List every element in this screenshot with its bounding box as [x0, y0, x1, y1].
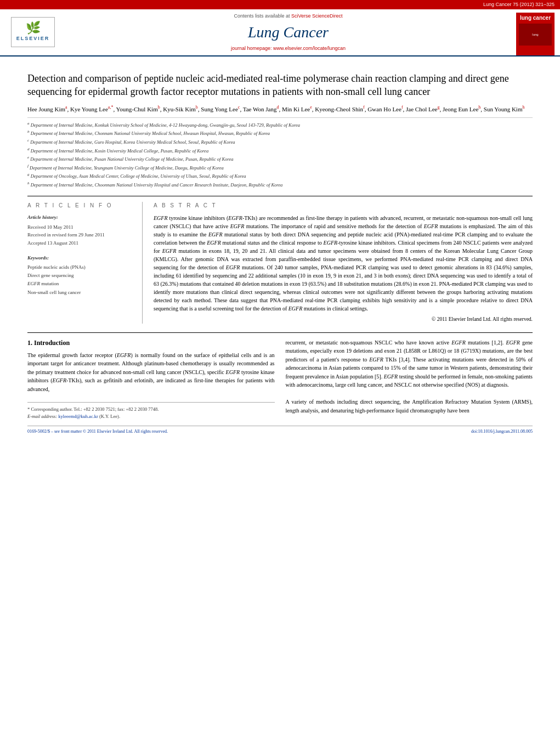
journal-homepage: journal homepage: www.elsevier.com/locat… — [66, 45, 511, 52]
article-info-abstract-section: A R T I C L E I N F O Article history: R… — [27, 196, 533, 323]
footnote-area: * Corresponding author. Tel.: +82 2 2030… — [27, 402, 275, 420]
article-title: Detection and comparison of peptide nucl… — [27, 72, 533, 99]
journal-info-center: Contents lists available at SciVerse Sci… — [66, 13, 511, 55]
affiliation-a: a Department of Internal Medicine, Konku… — [27, 121, 533, 129]
introduction-text-left: The epidermal growth factor receptor (EG… — [27, 351, 275, 394]
footnote-email: E-mail address: kyleeemd@kuh.ac.kr (K.Y.… — [27, 413, 275, 420]
copyright-line: © 2011 Elsevier Ireland Ltd. All rights … — [154, 316, 533, 323]
revised-date: Received in revised form 29 June 2011 — [27, 231, 134, 239]
sciverse-prefix: Contents lists available at — [234, 13, 290, 19]
article-history-label: Article history: — [27, 214, 134, 221]
homepage-url[interactable]: www.elsevier.com/locate/lungcan — [273, 46, 346, 51]
journal-title: Lung Cancer — [66, 21, 511, 43]
affiliation-d: d Department of Internal Medicine, Kosin… — [27, 146, 533, 155]
affiliations-block: a Department of Internal Medicine, Konku… — [27, 117, 533, 189]
svg-text:lung: lung — [532, 33, 538, 36]
abstract-label: A B S T R A C T — [154, 202, 533, 210]
sciverse-link[interactable]: SciVerse ScienceDirect — [291, 13, 343, 19]
affiliation-c: c Department of Internal Medicine, Guro … — [27, 138, 533, 146]
abstract-text: EGFR tyrosine kinase inhibitors (EGFR-TK… — [154, 214, 533, 313]
keyword-4: Non-small cell lung cancer — [27, 289, 134, 297]
doi-text[interactable]: doi:10.1016/j.lungcan.2011.08.005 — [471, 428, 533, 434]
affiliation-h: h Department of Internal Medicine, Choon… — [27, 180, 533, 189]
keywords-label: Keywords: — [27, 254, 134, 262]
introduction-heading: 1. Introduction — [27, 338, 275, 348]
footnote-email-address[interactable]: kyleeemd@kuh.ac.kr — [58, 414, 98, 419]
received-date: Received 10 May 2011 — [27, 223, 134, 231]
badge-image: lung — [519, 24, 552, 46]
authors-line: Hee Joung Kima, Kye Young Leea,*, Young-… — [27, 104, 533, 114]
elsevier-tree-icon: 🌿 — [26, 22, 41, 34]
journal-reference-text: Lung Cancer 75 (2012) 321–325 — [483, 2, 555, 7]
journal-header: 🌿 ELSEVIER Contents lists available at S… — [0, 9, 560, 56]
accepted-date: Accepted 13 August 2011 — [27, 239, 134, 247]
lung-cancer-badge: lung cancer lung — [516, 13, 555, 55]
keyword-3: EGFR mutation — [27, 280, 134, 288]
elsevier-label: ELSEVIER — [16, 35, 50, 42]
abstract-column: A B S T R A C T EGFR tyrosine kinase inh… — [154, 202, 533, 323]
journal-reference-bar: Lung Cancer 75 (2012) 321–325 — [0, 0, 560, 9]
affiliation-e: e Department of Internal Medicine, Pusan… — [27, 155, 533, 163]
keyword-2: Direct gene sequencing — [27, 271, 134, 280]
affiliation-f: f Department of Internal Medicine, Yeung… — [27, 163, 533, 172]
article-info-label: A R T I C L E I N F O — [27, 202, 134, 210]
body-content: 1. Introduction The epidermal growth fac… — [27, 332, 533, 420]
elsevier-logo: 🌿 ELSEVIER — [5, 13, 60, 55]
introduction-text-right-2: A variety of methods including direct se… — [286, 398, 533, 415]
affiliation-b: b Department of Internal Medicine, Chonn… — [27, 129, 533, 137]
article-info-column: A R T I C L E I N F O Article history: R… — [27, 202, 143, 323]
body-left-column: 1. Introduction The epidermal growth fac… — [27, 338, 275, 420]
badge-title-text: lung cancer — [520, 15, 551, 21]
introduction-text-right: recurrent, or metastatic non-squamous NS… — [286, 338, 533, 389]
body-right-column: recurrent, or metastatic non-squamous NS… — [286, 338, 533, 420]
elsevier-logo-box: 🌿 ELSEVIER — [11, 17, 55, 47]
footnote-corresponding: * Corresponding author. Tel.: +82 2 2030… — [27, 406, 275, 413]
homepage-label: journal homepage: — [231, 46, 272, 51]
keyword-1: Peptide nucleic acids (PNAs) — [27, 263, 134, 271]
sciverse-line: Contents lists available at SciVerse Sci… — [66, 13, 511, 20]
main-content: Detection and comparison of peptide nucl… — [0, 56, 560, 441]
affiliation-g: g Department of Oncology, Asan Medical C… — [27, 172, 533, 180]
issn-text: 0169-5002/$ – see front matter © 2011 El… — [27, 428, 168, 434]
bottom-bar: 0169-5002/$ – see front matter © 2011 El… — [27, 426, 533, 434]
